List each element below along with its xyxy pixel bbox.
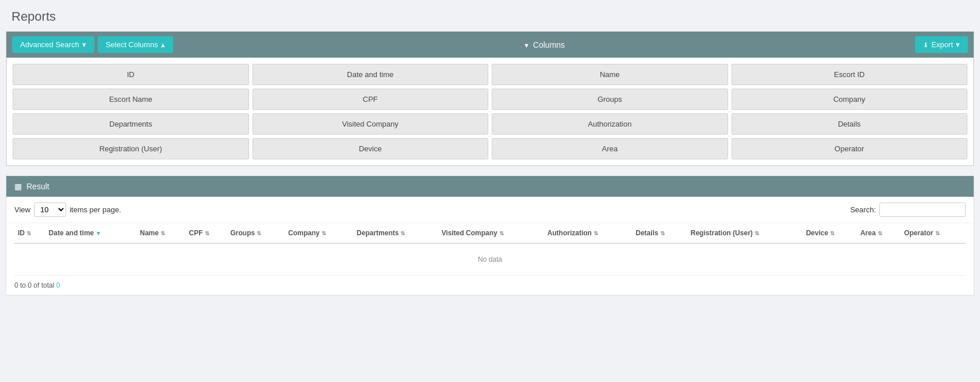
export-chevron-icon: ▾ xyxy=(956,40,960,49)
sort-icon: ⇅ xyxy=(400,230,405,236)
th-details[interactable]: Details⇅ xyxy=(632,223,687,243)
table-wrap: ID⇅Date and time▼Name⇅CPF⇅Groups⇅Company… xyxy=(6,223,974,276)
items-per-page-label: items per page. xyxy=(70,205,121,214)
view-label: View xyxy=(14,205,30,214)
table-header: ID⇅Date and time▼Name⇅CPF⇅Groups⇅Company… xyxy=(14,223,966,243)
sort-icon: ⇅ xyxy=(755,230,759,236)
column-toggle-date-and-time[interactable]: Date and time xyxy=(252,64,489,85)
column-toggle-authorization[interactable]: Authorization xyxy=(492,113,728,135)
no-data-cell: No data xyxy=(14,243,966,276)
th-authorization[interactable]: Authorization⇅ xyxy=(544,223,633,243)
filter-icon xyxy=(523,40,530,49)
sort-icon: ⇅ xyxy=(205,230,209,236)
result-controls: View 10 25 50 100 items per page. Search… xyxy=(6,197,974,223)
select-columns-label: Select Columns xyxy=(106,40,158,49)
sort-icon: ⇅ xyxy=(160,230,165,236)
sort-icon: ▼ xyxy=(95,230,101,236)
search-label: Search: xyxy=(850,205,876,214)
column-toggle-escort-name[interactable]: Escort Name xyxy=(13,89,249,110)
th-area[interactable]: Area⇅ xyxy=(857,223,901,243)
search-area: Search: xyxy=(850,203,966,217)
sort-icon: ⇅ xyxy=(878,230,882,236)
th-date-and-time[interactable]: Date and time▼ xyxy=(45,223,137,243)
bar-chart-icon xyxy=(14,182,22,191)
sort-icon: ⇅ xyxy=(660,230,665,236)
per-page-select[interactable]: 10 25 50 100 xyxy=(34,203,66,217)
pagination-label: 0 to 0 of total xyxy=(14,281,54,289)
page-title: Reports xyxy=(0,0,980,31)
columns-grid: IDDate and timeNameEscort IDEscort NameC… xyxy=(13,64,967,159)
columns-panel: IDDate and timeNameEscort IDEscort NameC… xyxy=(6,58,974,166)
columns-title-label: Columns xyxy=(177,40,912,49)
result-section: Result View 10 25 50 100 items per page.… xyxy=(6,175,974,296)
column-toggle-cpf[interactable]: CPF xyxy=(252,89,489,110)
th-visited-company[interactable]: Visited Company⇅ xyxy=(438,223,544,243)
th-groups[interactable]: Groups⇅ xyxy=(227,223,285,243)
chevron-up-icon: ▴ xyxy=(161,40,165,49)
table-body: No data xyxy=(14,243,966,276)
result-header: Result xyxy=(6,176,974,197)
export-icon xyxy=(923,40,928,49)
result-header-label: Result xyxy=(26,182,49,191)
view-controls: View 10 25 50 100 items per page. xyxy=(14,203,121,217)
select-columns-button[interactable]: Select Columns ▴ xyxy=(98,36,173,53)
sort-icon: ⇅ xyxy=(257,230,261,236)
results-table: ID⇅Date and time▼Name⇅CPF⇅Groups⇅Company… xyxy=(14,223,966,276)
th-cpf[interactable]: CPF⇅ xyxy=(186,223,227,243)
th-id[interactable]: ID⇅ xyxy=(14,223,45,243)
th-company[interactable]: Company⇅ xyxy=(285,223,353,243)
no-data-row: No data xyxy=(14,243,966,276)
export-label: Export xyxy=(931,40,953,49)
column-toggle-departments[interactable]: Departments xyxy=(13,113,249,135)
sort-icon: ⇅ xyxy=(499,230,504,236)
advanced-search-button[interactable]: Advanced Search ▾ xyxy=(12,36,94,53)
column-toggle-groups[interactable]: Groups xyxy=(492,89,728,110)
th-departments[interactable]: Departments⇅ xyxy=(353,223,438,243)
sort-icon: ⇅ xyxy=(935,230,940,236)
column-toggle-name[interactable]: Name xyxy=(492,64,728,85)
column-toggle-escort-id[interactable]: Escort ID xyxy=(732,64,968,85)
chevron-down-icon: ▾ xyxy=(82,40,86,49)
sort-icon: ⇅ xyxy=(321,230,326,236)
column-toggle-operator[interactable]: Operator xyxy=(732,138,968,159)
sort-icon: ⇅ xyxy=(594,230,598,236)
search-input[interactable] xyxy=(879,203,966,217)
total-count: 0 xyxy=(56,281,60,289)
th-operator[interactable]: Operator⇅ xyxy=(901,223,966,243)
th-registration-(user)[interactable]: Registration (User)⇅ xyxy=(687,223,803,243)
column-toggle-area[interactable]: Area xyxy=(492,138,728,159)
column-toggle-visited-company[interactable]: Visited Company xyxy=(252,113,489,135)
table-header-row: ID⇅Date and time▼Name⇅CPF⇅Groups⇅Company… xyxy=(14,223,966,243)
export-button[interactable]: Export ▾ xyxy=(915,36,968,53)
result-footer: 0 to 0 of total 0 xyxy=(6,276,974,295)
column-toggle-device[interactable]: Device xyxy=(252,138,489,159)
advanced-search-label: Advanced Search xyxy=(20,40,79,49)
th-name[interactable]: Name⇅ xyxy=(136,223,185,243)
toolbar: Advanced Search ▾ Select Columns ▴ Colum… xyxy=(6,32,974,58)
column-toggle-id[interactable]: ID xyxy=(13,64,249,85)
sort-icon: ⇅ xyxy=(26,230,31,236)
column-toggle-details[interactable]: Details xyxy=(732,113,968,135)
column-toggle-registration-(user)[interactable]: Registration (User) xyxy=(13,138,249,159)
sort-icon: ⇅ xyxy=(830,230,834,236)
column-toggle-company[interactable]: Company xyxy=(732,89,968,110)
th-device[interactable]: Device⇅ xyxy=(802,223,857,243)
